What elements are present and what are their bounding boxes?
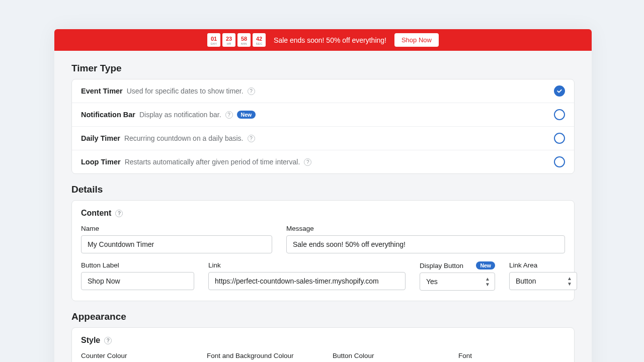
timer-type-row-event[interactable]: Event Timer Used for specific dates to s…	[72, 79, 574, 103]
display-button-select[interactable]: Yes	[420, 273, 495, 291]
link-input[interactable]	[208, 272, 406, 290]
help-icon[interactable]: ?	[104, 337, 112, 344]
help-icon[interactable]: ?	[225, 111, 233, 119]
radio-unselected[interactable]	[554, 109, 565, 120]
countdown: 01 DAY 23 HR 58 MIN 42 SEC	[207, 33, 266, 47]
countdown-day: 01 DAY	[207, 33, 220, 47]
banner-text: Sale ends soon! 50% off everything!	[274, 36, 386, 44]
preview-banner: 01 DAY 23 HR 58 MIN 42 SEC Sale ends soo…	[54, 29, 592, 51]
timer-type-row-daily[interactable]: Daily Timer Recurring countdown on a dai…	[72, 127, 574, 150]
countdown-min: 58 MIN	[237, 33, 251, 47]
timer-type-name: Event Timer	[81, 87, 123, 95]
countdown-day-num: 01	[211, 36, 217, 42]
link-area-label: Link Area	[509, 261, 577, 269]
radio-unselected[interactable]	[554, 133, 565, 144]
button-colour-label: Button Colour	[333, 352, 443, 359]
counter-colour-label: Counter Colour	[81, 352, 192, 359]
details-card: Content ? Name Message Button Label	[71, 200, 575, 301]
timer-type-card: Event Timer Used for specific dates to s…	[71, 79, 575, 174]
fontbg-colour-label: Font and Background Colour	[207, 352, 317, 359]
message-label: Message	[286, 225, 565, 232]
check-icon	[556, 88, 562, 94]
name-input[interactable]	[81, 235, 272, 253]
countdown-day-unit: DAY	[211, 42, 217, 45]
content-area: Timer Type Event Timer Used for specific…	[54, 51, 592, 362]
countdown-hr-unit: HR	[226, 42, 231, 45]
countdown-min-num: 58	[241, 36, 247, 42]
timer-type-desc: Recurring countdown on a daily basis.	[124, 134, 244, 142]
timer-type-desc: Display as notification bar.	[139, 111, 221, 119]
new-badge: New	[237, 111, 256, 119]
link-area-select[interactable]: Button	[509, 272, 577, 290]
style-subtitle: Style ?	[81, 336, 565, 345]
timer-type-name: Notification Bar	[81, 111, 135, 119]
timer-type-row-notification[interactable]: Notification Bar Display as notification…	[72, 103, 574, 127]
style-subtitle-text: Style	[81, 336, 100, 345]
timer-type-desc: Restarts automatically after given perio…	[125, 158, 300, 166]
app-container: 01 DAY 23 HR 58 MIN 42 SEC Sale ends soo…	[54, 29, 592, 362]
display-button-label: Display Button New	[420, 261, 495, 269]
font-label: Font	[458, 352, 567, 359]
appearance-card: Style ? Counter Colour Font and Backgrou…	[71, 327, 575, 362]
name-label: Name	[81, 225, 272, 232]
banner-shop-now-button[interactable]: Shop Now	[394, 33, 439, 47]
button-label-input[interactable]	[81, 272, 194, 290]
countdown-min-unit: MIN	[241, 42, 247, 45]
link-label: Link	[208, 261, 406, 269]
message-input[interactable]	[286, 235, 565, 253]
content-subtitle: Content ?	[81, 209, 565, 218]
countdown-sec: 42 SEC	[253, 33, 266, 47]
timer-type-row-loop[interactable]: Loop Timer Restarts automatically after …	[72, 150, 574, 173]
help-icon[interactable]: ?	[248, 135, 255, 142]
button-label-label: Button Label	[81, 261, 194, 269]
section-title-appearance: Appearance	[71, 311, 575, 322]
help-icon[interactable]: ?	[304, 158, 311, 166]
radio-unselected[interactable]	[554, 156, 565, 167]
radio-selected[interactable]	[554, 85, 565, 97]
content-subtitle-text: Content	[81, 209, 111, 218]
timer-type-desc: Used for specific dates to show timer.	[127, 87, 244, 95]
timer-type-name: Daily Timer	[81, 134, 120, 142]
help-icon[interactable]: ?	[115, 210, 123, 217]
timer-type-name: Loop Timer	[81, 158, 121, 166]
countdown-sec-num: 42	[256, 36, 262, 42]
section-title-timer-type: Timer Type	[71, 63, 575, 74]
display-button-label-text: Display Button	[420, 262, 463, 269]
countdown-hr-num: 23	[226, 36, 232, 42]
countdown-hr: 23 HR	[222, 33, 235, 47]
help-icon[interactable]: ?	[248, 87, 255, 95]
section-title-details: Details	[71, 184, 575, 195]
countdown-sec-unit: SEC	[256, 42, 262, 45]
new-badge: New	[476, 261, 495, 269]
